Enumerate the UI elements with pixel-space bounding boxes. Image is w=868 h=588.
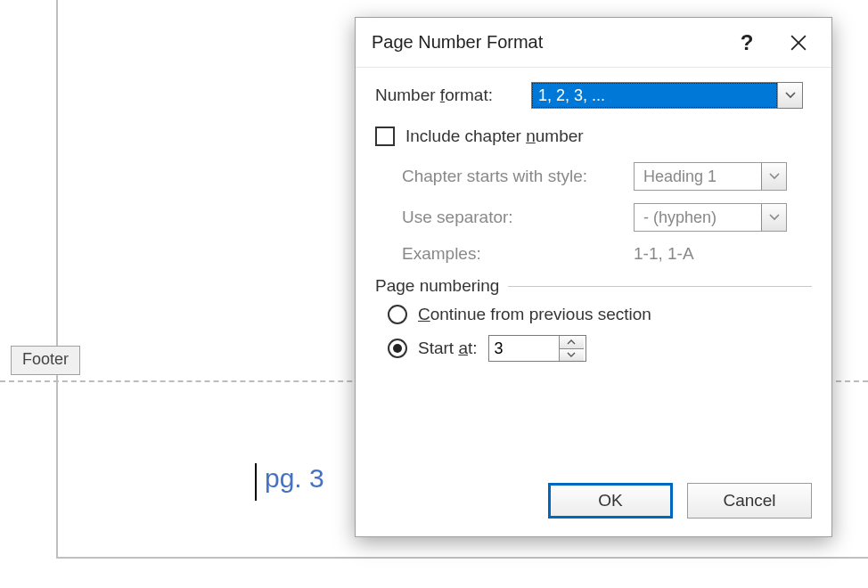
examples-label: Examples: — [402, 244, 634, 264]
spinner-up-button[interactable] — [560, 336, 584, 349]
dialog-title: Page Number Format — [372, 32, 721, 53]
chapter-style-combo[interactable]: Heading 1 — [634, 162, 787, 191]
chapter-style-value: Heading 1 — [635, 163, 761, 190]
continue-label: Continue from previous section — [418, 305, 651, 324]
chevron-up-icon — [567, 339, 576, 345]
group-separator-line — [508, 286, 812, 287]
spinner-down-button[interactable] — [560, 349, 584, 362]
separator-dropdown-button[interactable] — [761, 204, 786, 231]
cancel-button[interactable]: Cancel — [687, 483, 812, 519]
include-chapter-label: Include chapter number — [405, 127, 584, 146]
separator-combo[interactable]: - (hyphen) — [634, 203, 787, 232]
start-at-spinner[interactable] — [488, 335, 586, 362]
include-chapter-checkbox[interactable] — [375, 127, 395, 146]
dialog-titlebar: Page Number Format ? — [356, 18, 831, 68]
separator-value: - (hyphen) — [635, 204, 761, 231]
number-format-label: Number format: — [375, 86, 531, 105]
chevron-down-icon — [567, 352, 576, 357]
separator-label: Use separator: — [402, 208, 634, 227]
number-format-combo[interactable]: 1, 2, 3, ... — [531, 82, 803, 109]
chevron-down-icon — [769, 173, 780, 180]
continue-radio[interactable] — [388, 305, 407, 324]
number-format-value[interactable]: 1, 2, 3, ... — [532, 83, 777, 108]
number-format-dropdown-button[interactable] — [777, 83, 802, 108]
chevron-down-icon — [769, 214, 780, 221]
page-number-format-dialog: Page Number Format ? Number format: 1, 2… — [355, 17, 832, 537]
text-cursor — [255, 463, 257, 501]
ok-button[interactable]: OK — [548, 483, 673, 519]
footer-tag[interactable]: Footer — [11, 346, 80, 375]
start-at-radio[interactable] — [388, 339, 407, 358]
start-at-input[interactable] — [489, 336, 559, 361]
chapter-style-label: Chapter starts with style: — [402, 167, 634, 186]
page-numbering-group-label: Page numbering — [375, 276, 499, 296]
close-button[interactable] — [773, 21, 824, 64]
chapter-style-dropdown-button[interactable] — [761, 163, 786, 190]
chevron-down-icon — [785, 92, 796, 99]
page-number-field[interactable]: pg. 3 — [265, 463, 324, 494]
examples-value: 1-1, 1-A — [634, 244, 694, 264]
start-at-label: Start at: — [418, 339, 478, 358]
help-button[interactable]: ? — [721, 21, 773, 64]
close-icon — [790, 35, 807, 51]
